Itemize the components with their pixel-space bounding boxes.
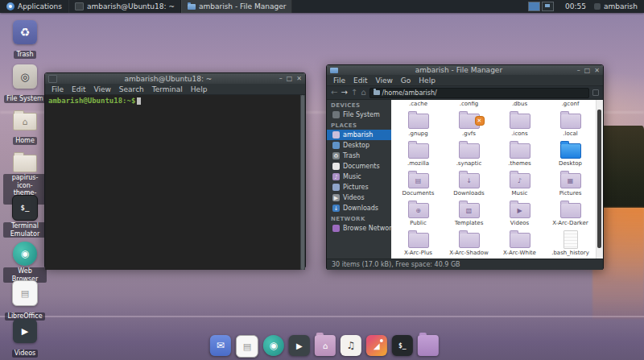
menu-go[interactable]: Go xyxy=(398,77,414,85)
file-item[interactable]: ▦Pictures xyxy=(545,170,596,200)
pictures-emblem-icon: ▦ xyxy=(568,177,574,184)
file-item[interactable]: .gnupg xyxy=(393,110,444,140)
user-menu[interactable]: ambarish xyxy=(604,2,638,10)
menu-terminal[interactable]: Terminal xyxy=(149,85,186,93)
toolbar-right-icon[interactable] xyxy=(592,89,599,96)
file-item[interactable]: .bash_history xyxy=(545,230,596,259)
dock-item-files[interactable] xyxy=(418,335,439,356)
minimize-button[interactable]: – xyxy=(279,73,283,84)
terminal-titlebar[interactable]: ambarish@Ubuntu18: ~ – □ ✕ xyxy=(45,73,305,84)
file-item[interactable]: ↓Downloads xyxy=(444,170,494,200)
file-item[interactable]: ▶Videos xyxy=(494,200,545,230)
desktop-icon-label: Home xyxy=(13,137,37,145)
dock-item-mail[interactable]: ✉ xyxy=(210,335,231,356)
file-manager-titlebar[interactable]: ambarish - File Manager – □ ✕ xyxy=(327,65,603,75)
sidebar-item-file-system[interactable]: File System xyxy=(327,110,391,120)
dock-item-photos[interactable]: ◢ xyxy=(366,335,387,356)
workspace-1[interactable] xyxy=(528,2,540,11)
file-item[interactable]: X-Arc-Darker xyxy=(545,200,596,230)
desktop-icon-web-browser[interactable]: ◉ Web Browser xyxy=(3,242,47,284)
forward-button[interactable]: → xyxy=(341,86,347,99)
desktop-icon-terminal-emulator[interactable]: $_ Terminal Emulator xyxy=(3,195,47,239)
dock-item-media-player[interactable]: ▶ xyxy=(289,335,310,356)
menu-view[interactable]: View xyxy=(91,85,114,93)
desktop-icon xyxy=(332,142,340,149)
file-item[interactable]: .gconf xyxy=(545,100,596,110)
maximize-button[interactable]: □ xyxy=(584,65,591,76)
sidebar-item-videos[interactable]: ▶ Videos xyxy=(327,192,391,203)
menu-view[interactable]: View xyxy=(373,77,396,85)
sidebar-item-music[interactable]: ♪ Music xyxy=(327,172,391,182)
path-bar[interactable]: /home/ambarish/ xyxy=(369,88,589,98)
back-button[interactable]: ← xyxy=(331,86,337,99)
sidebar-item-pictures[interactable]: Pictures xyxy=(327,182,391,192)
file-item[interactable]: .local xyxy=(545,110,596,140)
file-item[interactable]: X-Arc-Plus xyxy=(393,230,444,259)
session-icon[interactable] xyxy=(594,3,601,10)
document-icon: ▤ xyxy=(243,341,251,352)
desktop-icon-file-system[interactable]: ◎ File System xyxy=(3,64,47,104)
file-item[interactable]: ▤Documents xyxy=(393,170,444,200)
file-item[interactable]: .themes xyxy=(494,140,545,170)
taskbar-button-terminal[interactable]: ambarish@Ubuntu18: ~ xyxy=(68,0,181,13)
file-item[interactable]: .mozilla xyxy=(393,140,444,170)
close-button[interactable]: ✕ xyxy=(296,73,302,84)
menu-search[interactable]: Search xyxy=(116,85,147,93)
menu-help[interactable]: Help xyxy=(415,77,439,85)
dock-item-writer[interactable]: ▤ xyxy=(236,335,258,358)
file-manager-menubar: File Edit View Go Help xyxy=(327,75,603,86)
file-item[interactable]: X-Arc-White xyxy=(494,230,545,259)
sidebar-item-browse-network[interactable]: Browse Network xyxy=(327,223,391,234)
file-item[interactable]: ⊕Public xyxy=(393,200,444,230)
applications-menu-button[interactable]: Applications xyxy=(0,0,68,13)
file-item[interactable]: .cache xyxy=(393,100,444,110)
file-item[interactable]: .icons xyxy=(494,110,545,140)
desktop-icon-trash[interactable]: ♻ Trash xyxy=(3,20,47,60)
dock-item-terminal[interactable]: $_ xyxy=(392,335,413,356)
file-item[interactable]: ✕.gvfs xyxy=(444,110,494,140)
file-item[interactable]: ▧Templates xyxy=(444,200,494,230)
sidebar-item-documents[interactable]: Documents xyxy=(327,161,391,172)
dock-item-music[interactable]: ♫ xyxy=(341,335,361,356)
videos-emblem-icon: ▶ xyxy=(517,207,522,214)
workspace-switcher[interactable] xyxy=(528,2,554,11)
minimize-button[interactable]: – xyxy=(577,65,580,76)
terminal-menubar: File Edit View Search Terminal Help xyxy=(45,84,305,95)
sidebar-item-downloads[interactable]: ↓ Downloads xyxy=(327,203,391,213)
file-item[interactable]: .dbus xyxy=(494,100,545,110)
desktop-icon-label: Terminal Emulator xyxy=(3,222,47,238)
menu-help[interactable]: Help xyxy=(188,85,211,93)
file-item[interactable]: X-Arc-Shadow xyxy=(444,230,494,259)
terminal-content[interactable]: ambarish@Ubuntu18:~$ xyxy=(45,95,305,270)
up-button[interactable]: ↑ xyxy=(351,86,357,99)
menu-edit[interactable]: Edit xyxy=(350,77,370,85)
desktop-icon-home[interactable]: ⌂ Home xyxy=(3,110,47,146)
maximize-button[interactable]: □ xyxy=(287,73,293,84)
desktop-icon-libreoffice[interactable]: ▤ LibreOffice xyxy=(3,280,47,321)
file-item[interactable]: .synaptic xyxy=(444,140,494,170)
sidebar-item-desktop[interactable]: Desktop xyxy=(327,140,391,151)
close-button[interactable]: ✕ xyxy=(594,65,600,76)
terminal-icon: $_ xyxy=(398,342,407,350)
clock[interactable]: 00:55 xyxy=(565,2,586,10)
file-item[interactable]: Desktop xyxy=(545,140,596,170)
terminal-scrollbar[interactable] xyxy=(300,95,305,270)
network-icon xyxy=(332,225,340,232)
sidebar-item-trash[interactable]: ♻ Trash xyxy=(327,151,391,161)
file-item[interactable]: .config xyxy=(444,100,494,110)
menu-edit[interactable]: Edit xyxy=(68,85,89,93)
file-view[interactable]: .cache .config .dbus .gconf .gnupg ✕.gvf… xyxy=(391,100,603,259)
workspace-2[interactable] xyxy=(542,2,554,11)
home-button[interactable]: ⌂ xyxy=(361,86,365,99)
desktop-icon-videos[interactable]: ▶ Videos xyxy=(3,319,47,358)
dock-item-web-browser[interactable]: ◉ xyxy=(263,335,284,356)
menu-file[interactable]: File xyxy=(48,85,67,93)
scrollbar-thumb[interactable] xyxy=(597,110,601,248)
sidebar-header-places: PLACES xyxy=(327,120,391,130)
file-item[interactable]: ♪Music xyxy=(494,170,545,200)
taskbar-button-file-manager[interactable]: ambarish - File Manager xyxy=(181,0,292,13)
dock-item-file-manager[interactable]: ⌂ xyxy=(315,335,336,356)
file-view-scrollbar[interactable] xyxy=(596,100,603,259)
menu-file[interactable]: File xyxy=(330,77,349,85)
sidebar-item-ambarish[interactable]: ambarish xyxy=(327,130,391,140)
